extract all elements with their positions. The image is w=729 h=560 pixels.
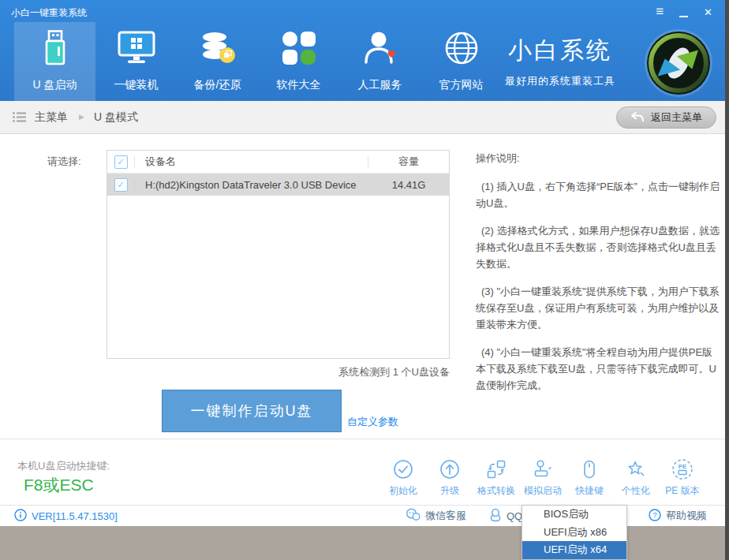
back-to-main-menu-button[interactable]: 返回主菜单 <box>616 106 716 129</box>
boot-hotkey-label: 本机U盘启动快捷键: <box>17 459 110 473</box>
menu-item-uefi-x86[interactable]: UEFI启动 x86 <box>522 524 626 542</box>
help-label: 帮助视频 <box>666 509 707 523</box>
divider <box>0 439 725 439</box>
qq-icon <box>489 508 502 525</box>
question-icon: ? <box>649 509 661 524</box>
device-name-cell: H:(hd2)Kingston DataTraveler 3.0 USB Dev… <box>135 179 368 191</box>
breadcrumb-separator-icon: ▶ <box>79 113 84 121</box>
table-row[interactable]: ✓ H:(hd2)Kingston DataTraveler 3.0 USB D… <box>107 174 449 196</box>
arrow-up-circle-icon <box>439 458 460 480</box>
joystick-icon <box>533 458 553 480</box>
nav-tab-service[interactable]: 人工服务 <box>339 22 421 101</box>
app-window: 小白一键重装系统 ≡ ✕ U 盘启动 <box>0 0 725 526</box>
screen: 小白一键重装系统 ≡ ✕ U 盘启动 <box>0 0 729 560</box>
brand-title: 小白系统 <box>478 35 642 67</box>
capacity-cell: 14.41G <box>368 179 449 191</box>
tool-label: 快捷键 <box>575 484 604 498</box>
tool-bar: 初始化 升级 <box>380 458 705 498</box>
tool-format-convert[interactable]: 格式转换 <box>473 458 519 498</box>
nav-tab-software[interactable]: 软件大全 <box>258 22 339 101</box>
software-clover-icon <box>282 22 316 73</box>
tool-label: 初始化 <box>389 484 417 498</box>
minimize-icon[interactable] <box>679 5 688 19</box>
nav-tab-label: 人工服务 <box>358 78 402 92</box>
list-icon <box>13 112 26 126</box>
breadcrumb-root[interactable]: 主菜单 <box>35 110 68 125</box>
nav-tab-label: 备份/还原 <box>194 78 241 92</box>
monitor-icon <box>117 22 156 73</box>
nav-tab-label: 软件大全 <box>277 78 321 92</box>
desktop-background <box>725 0 729 560</box>
customer-service-icon <box>362 22 398 73</box>
wechat-label: 微信客服 <box>425 509 466 523</box>
backup-database-icon <box>200 22 236 73</box>
nav-tab-backup-restore[interactable]: 备份/还原 <box>177 22 258 101</box>
tool-upgrade[interactable]: 升级 <box>427 458 473 498</box>
usb-drive-icon <box>40 22 70 73</box>
detect-status-text: 系统检测到 1 个U盘设备 <box>107 365 450 379</box>
close-icon[interactable]: ✕ <box>704 5 712 19</box>
instructions-title: 操作说明: <box>476 150 722 166</box>
nav-tab-label: U 盘启动 <box>33 78 77 92</box>
capacity-header: 容量 <box>368 155 449 169</box>
tool-initialize[interactable]: 初始化 <box>380 458 426 498</box>
menu-item-bios-boot[interactable]: BIOS启动 <box>522 506 626 524</box>
device-table: ✓ 设备名 容量 ✓ H:(hd2)Kingston DataTraveler … <box>107 150 450 359</box>
row-checkbox[interactable]: ✓ <box>114 178 128 192</box>
custom-params-link[interactable]: 自定义参数 <box>347 415 398 429</box>
tool-label: 个性化 <box>622 484 650 498</box>
nav-tab-label: 官方网站 <box>439 78 484 92</box>
main-nav: U 盘启动 一键装机 <box>14 22 502 101</box>
menu-item-uefi-x64[interactable]: UEFI启动 x64 <box>522 541 626 559</box>
svg-text:?: ? <box>652 510 656 519</box>
brand-logo-icon <box>644 28 713 98</box>
menu-icon[interactable]: ≡ <box>656 5 664 19</box>
qq-support[interactable]: QQ <box>489 506 522 526</box>
help-video[interactable]: ? 帮助视频 <box>649 506 707 526</box>
back-arrow-icon <box>630 110 645 125</box>
tool-pe-version[interactable]: PE PE 版本 <box>660 458 705 498</box>
tool-simulate-boot[interactable]: 模拟启动 <box>520 458 566 498</box>
window-controls: ≡ ✕ <box>656 5 712 19</box>
instruction-step: (3) "小白一键重装系统"提供系统下载，为用户下载系统保存至U盘，保证用户有系… <box>476 283 722 333</box>
instruction-step: (1) 插入U盘，右下角选择“PE版本”，点击一键制作启动U盘。 <box>476 178 722 211</box>
mouse-icon <box>579 458 600 480</box>
window-title: 小白一键重装系统 <box>11 6 87 20</box>
pe-version-icon: PE <box>671 458 693 480</box>
tool-personalize[interactable]: 个性化 <box>613 458 659 498</box>
boot-hotkey-value: F8或ESC <box>24 474 94 496</box>
tool-shortcut-key[interactable]: 快捷键 <box>566 458 612 498</box>
globe-icon <box>443 22 480 73</box>
convert-icon <box>486 458 507 480</box>
back-button-label: 返回主菜单 <box>651 110 702 125</box>
boot-mode-popup-menu: BIOS启动 UEFI启动 x86 UEFI启动 x64 <box>522 505 627 560</box>
breadcrumb-bar: 主菜单 ▶ U 盘模式 返回主菜单 <box>0 101 725 134</box>
svg-text:PE: PE <box>679 463 687 470</box>
select-prompt-label: 请选择: <box>47 155 81 169</box>
table-header-row: ✓ 设备名 容量 <box>107 151 449 174</box>
make-boot-usb-button[interactable]: 一键制作启动U盘 <box>162 390 342 432</box>
info-icon <box>14 509 27 524</box>
qq-label: QQ <box>507 510 522 522</box>
header: 小白一键重装系统 ≡ ✕ U 盘启动 <box>0 0 725 101</box>
nav-tab-label: 一键装机 <box>114 78 159 92</box>
tool-label: 格式转换 <box>477 484 515 498</box>
wechat-support[interactable]: 微信客服 <box>406 506 466 526</box>
nav-tab-usb-boot[interactable]: U 盘启动 <box>14 22 95 101</box>
instruction-step: (2) 选择格式化方式，如果用户想保存U盘数据，就选择格式化U盘且不丢失数据，否… <box>476 222 722 272</box>
breadcrumb-current: U 盘模式 <box>94 110 138 125</box>
wechat-icon <box>406 508 421 524</box>
nav-tab-one-key-install[interactable]: 一键装机 <box>95 22 177 101</box>
star-icon <box>626 458 646 480</box>
tool-label: 模拟启动 <box>524 484 562 498</box>
device-name-header: 设备名 <box>135 155 368 169</box>
instructions-panel: 操作说明: (1) 插入U盘，右下角选择“PE版本”，点击一键制作启动U盘。 (… <box>476 150 722 405</box>
instruction-step: (4) "小白一键重装系统"将全程自动为用户提供PE版本下载及系统下载至U盘，只… <box>476 344 722 394</box>
tool-label: PE 版本 <box>665 484 699 498</box>
brand: 小白系统 最好用的系统重装工具 <box>478 35 642 88</box>
check-circle-icon <box>393 458 413 480</box>
version-text: VER[11.5.47.1530] <box>32 510 118 522</box>
tool-label: 升级 <box>440 484 459 498</box>
brand-subtitle: 最好用的系统重装工具 <box>478 74 642 88</box>
select-all-checkbox[interactable]: ✓ <box>114 155 128 169</box>
